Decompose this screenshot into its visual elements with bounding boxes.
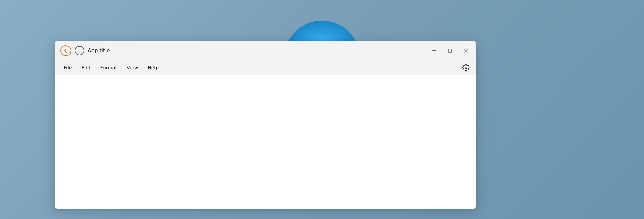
maximize-button[interactable]	[445, 46, 455, 55]
settings-gear-icon	[462, 64, 470, 72]
window-controls	[430, 46, 471, 55]
svg-rect-1	[448, 49, 452, 52]
maximize-icon	[448, 49, 452, 53]
menu-items: File Edit Format View Help	[59, 63, 460, 73]
menu-item-help[interactable]: Help	[143, 63, 163, 73]
menu-item-format[interactable]: Format	[96, 63, 122, 73]
menu-item-view[interactable]: View	[122, 63, 143, 73]
svg-rect-0	[432, 50, 436, 51]
menu-item-edit[interactable]: Edit	[76, 63, 95, 73]
back-arrow-icon	[63, 48, 69, 53]
title-bar-left: App title	[60, 45, 430, 56]
menu-bar: File Edit Format View Help	[55, 60, 476, 75]
app-icon-circle	[75, 46, 84, 55]
menu-item-file[interactable]: File	[59, 63, 76, 73]
app-title: App title	[88, 48, 110, 54]
close-button[interactable]	[461, 46, 471, 55]
close-icon	[464, 49, 468, 53]
content-area	[55, 75, 476, 209]
minimize-button[interactable]	[430, 46, 439, 55]
minimize-icon	[432, 50, 436, 51]
title-bar: App title	[55, 41, 476, 60]
settings-button[interactable]	[460, 62, 472, 74]
back-button[interactable]	[60, 45, 71, 56]
app-window: App title File Edit Fo	[55, 41, 476, 209]
